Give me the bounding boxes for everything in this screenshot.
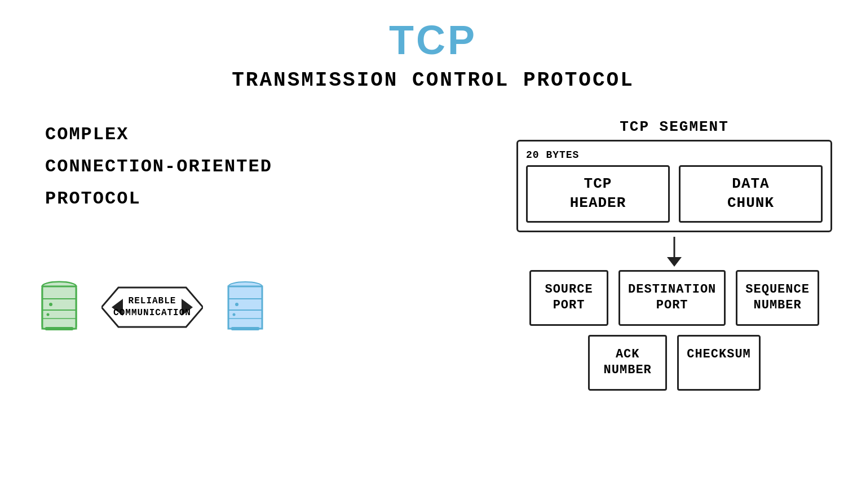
svg-point-8 xyxy=(47,313,50,316)
data-chunk-box: DATACHUNK xyxy=(679,165,823,223)
arrow-down xyxy=(516,236,832,267)
tcp-segment-section: TCP SEGMENT 20 BYTES TCPHEADER DATACHUNK… xyxy=(516,118,832,391)
svg-rect-20 xyxy=(231,327,259,330)
tcp-segment-label: TCP SEGMENT xyxy=(516,118,832,135)
svg-marker-22 xyxy=(667,257,682,267)
fields-row-2: ACKNUMBER CHECKSUM xyxy=(516,335,832,391)
ack-number-box: ACKNUMBER xyxy=(588,335,667,391)
source-port-box: SOURCEPORT xyxy=(529,270,608,326)
bytes-label: 20 BYTES xyxy=(526,149,823,161)
server-blue-icon xyxy=(220,276,271,338)
checksum-box: CHECKSUM xyxy=(677,335,761,391)
svg-rect-9 xyxy=(45,327,73,330)
destination-port-box: DESTINATIONPORT xyxy=(618,270,726,326)
features-section: COMPLEX CONNECTION-ORIENTED PROTOCOL xyxy=(45,124,272,220)
svg-point-18 xyxy=(235,303,238,306)
reliable-communication-arrow: RELIABLECOMMUNICATION xyxy=(101,282,203,333)
fields-row-1: SOURCEPORT DESTINATIONPORT SEQUENCENUMBE… xyxy=(516,270,832,326)
feature-complex: COMPLEX xyxy=(45,124,272,145)
feature-protocol: PROTOCOL xyxy=(45,188,272,209)
server-green-icon xyxy=(34,276,85,338)
subtitle: TRANSMISSION CONTROL PROTOCOL xyxy=(0,69,866,92)
tcp-header-box: TCPHEADER xyxy=(526,165,670,223)
feature-connection: CONNECTION-ORIENTED xyxy=(45,156,272,177)
tcp-segment-box: 20 BYTES TCPHEADER DATACHUNK xyxy=(516,140,832,232)
svg-point-19 xyxy=(233,313,236,316)
server-diagram: RELIABLECOMMUNICATION xyxy=(34,276,271,338)
svg-rect-14 xyxy=(228,286,262,329)
sequence-number-box: SEQUENCENUMBER xyxy=(736,270,819,326)
reliable-communication-label: RELIABLECOMMUNICATION xyxy=(113,295,191,319)
svg-point-7 xyxy=(49,303,52,306)
svg-rect-3 xyxy=(42,286,76,329)
main-title: TCP xyxy=(0,0,866,63)
